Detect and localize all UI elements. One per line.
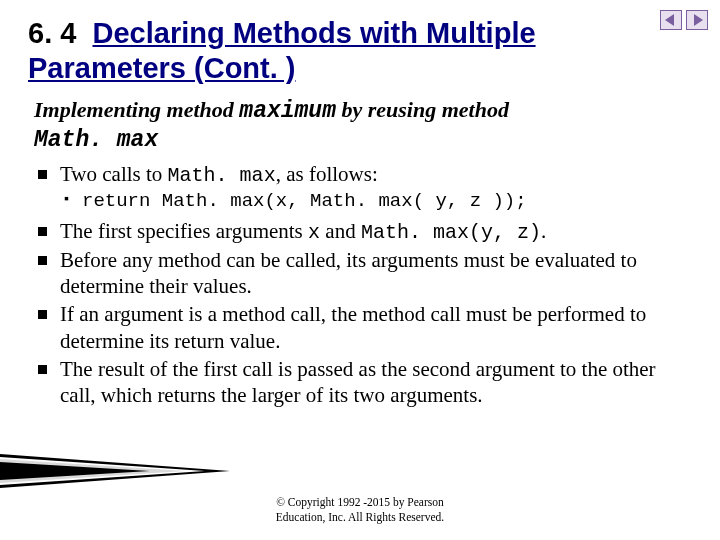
copyright-footer: © Copyright 1992 -2015 by Pearson Educat… [0, 495, 720, 524]
prev-slide-button[interactable] [660, 10, 682, 30]
body-text: Two calls to [60, 162, 168, 186]
footer-line-2: Education, Inc. All Rights Reserved. [276, 511, 444, 523]
nav-arrows [660, 10, 708, 30]
body-text: , as follows: [276, 162, 378, 186]
body-text: If an argument is a method call, the met… [60, 302, 646, 352]
body-text: The result of the first call is passed a… [60, 357, 656, 407]
slide: 6. 4 Declaring Methods with Multiple Par… [0, 0, 720, 540]
body-text: . [541, 219, 546, 243]
list-item: Two calls to Math. max, as follows:retur… [32, 161, 692, 214]
bullet-list: Two calls to Math. max, as follows:retur… [32, 161, 692, 408]
list-item: If an argument is a method call, the met… [32, 301, 692, 354]
code-text: x [308, 221, 320, 244]
title-number: 6. 4 [28, 17, 76, 49]
body-text: and [320, 219, 361, 243]
svg-marker-6 [0, 459, 185, 483]
slide-title: 6. 4 Declaring Methods with Multiple Par… [28, 16, 692, 86]
slide-subtitle: Implementing method maximum by reusing m… [34, 96, 692, 156]
list-item: The result of the first call is passed a… [32, 356, 692, 409]
svg-marker-5 [0, 457, 205, 485]
subtitle-code-1: maximum [239, 98, 336, 124]
code-text: Math. max [168, 164, 276, 187]
title-text: Declaring Methods with Multiple Paramete… [28, 17, 536, 84]
list-item: Before any method can be called, its arg… [32, 247, 692, 300]
sub-list: return Math. max(x, Math. max( y, z )); [60, 190, 692, 214]
svg-marker-7 [0, 462, 150, 480]
svg-marker-4 [0, 454, 230, 488]
decorative-wedge [0, 454, 230, 488]
code-text: Math. max(y, z) [361, 221, 541, 244]
next-arrow-icon [686, 10, 708, 30]
list-item: The first specifies arguments x and Math… [32, 218, 692, 245]
subtitle-middle: by reusing method [336, 97, 509, 122]
subtitle-prefix: Implementing method [34, 97, 239, 122]
sub-list-item: return Math. max(x, Math. max( y, z )); [60, 190, 692, 214]
content-area: Two calls to Math. max, as follows:retur… [28, 161, 692, 408]
subtitle-code-2: Math. max [34, 127, 158, 153]
body-text: Before any method can be called, its arg… [60, 248, 637, 298]
footer-line-1: © Copyright 1992 -2015 by Pearson [276, 496, 444, 508]
prev-arrow-icon [660, 10, 682, 30]
next-slide-button[interactable] [686, 10, 708, 30]
body-text: The first specifies arguments [60, 219, 308, 243]
